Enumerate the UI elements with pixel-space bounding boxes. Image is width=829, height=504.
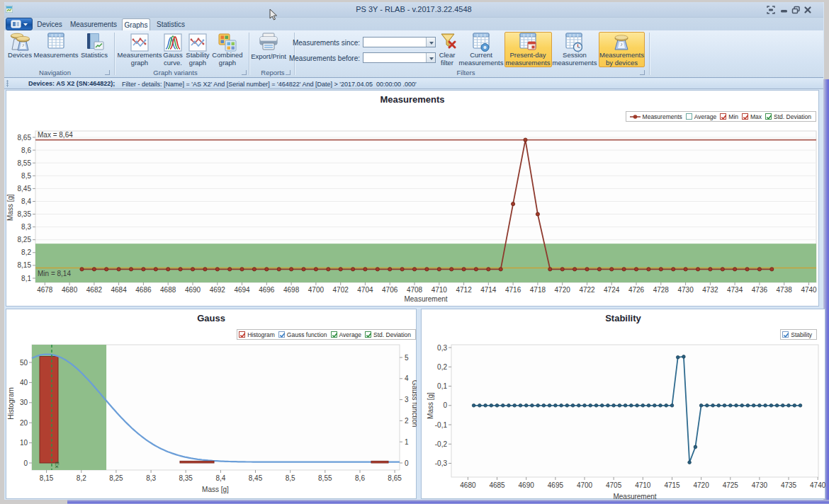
svg-text:4: 4: [405, 374, 409, 382]
svg-text:Max = 8,64: Max = 8,64: [38, 131, 73, 139]
svg-text:8,3: 8,3: [146, 474, 156, 482]
svg-text:4736: 4736: [752, 286, 768, 294]
svg-text:30: 30: [20, 399, 28, 406]
svg-text:8,6: 8,6: [355, 474, 365, 482]
svg-text:4720: 4720: [555, 286, 571, 294]
svg-text:8,1: 8,1: [21, 275, 31, 282]
svg-text:8,15: 8,15: [40, 474, 54, 482]
svg-text:Measurement: Measurement: [404, 295, 447, 303]
svg-text:-0,2: -0,2: [435, 440, 448, 448]
svg-text:4720: 4720: [693, 481, 709, 489]
svg-text:0: 0: [443, 401, 447, 409]
svg-text:4685: 4685: [489, 481, 505, 489]
svg-text:4688: 4688: [160, 286, 176, 294]
svg-text:8,65: 8,65: [18, 134, 32, 142]
svg-text:Mass [g]: Mass [g]: [202, 486, 229, 493]
svg-text:8,6: 8,6: [21, 147, 31, 154]
svg-text:5: 5: [405, 354, 409, 362]
svg-text:4734: 4734: [727, 286, 743, 294]
svg-text:4684: 4684: [111, 286, 127, 294]
svg-text:8,45: 8,45: [249, 474, 263, 482]
svg-text:4702: 4702: [333, 286, 349, 294]
svg-text:4738: 4738: [777, 286, 793, 294]
svg-text:8,4: 8,4: [21, 197, 31, 205]
svg-text:8,25: 8,25: [18, 236, 32, 244]
svg-text:4706: 4706: [382, 286, 398, 294]
svg-text:4726: 4726: [628, 286, 645, 294]
svg-text:4700: 4700: [308, 286, 325, 294]
svg-text:4700: 4700: [577, 481, 593, 489]
svg-text:8,25: 8,25: [109, 474, 123, 482]
svg-text:4695: 4695: [548, 481, 564, 489]
svg-text:4730: 4730: [677, 286, 694, 294]
svg-text:20: 20: [20, 419, 28, 427]
svg-text:1: 1: [405, 438, 409, 446]
svg-text:4714: 4714: [480, 286, 497, 294]
svg-text:8,3: 8,3: [21, 223, 31, 231]
svg-text:8,55: 8,55: [318, 474, 332, 482]
svg-text:4705: 4705: [606, 481, 622, 489]
svg-text:4715: 4715: [664, 481, 680, 489]
svg-text:0: 0: [405, 459, 409, 467]
svg-text:4686: 4686: [135, 286, 152, 294]
svg-text:4735: 4735: [781, 481, 797, 489]
svg-text:4680: 4680: [460, 481, 476, 489]
svg-text:Histogram: Histogram: [7, 387, 15, 420]
svg-text:4694: 4694: [234, 286, 250, 294]
svg-text:8,35: 8,35: [18, 210, 32, 218]
svg-text:0,3: 0,3: [437, 344, 447, 352]
svg-text:4740: 4740: [810, 481, 825, 489]
svg-text:0,1: 0,1: [437, 382, 447, 390]
svg-text:4704: 4704: [357, 286, 373, 294]
svg-text:4740: 4740: [801, 286, 817, 294]
svg-text:8,2: 8,2: [77, 474, 86, 482]
svg-text:4692: 4692: [210, 286, 226, 294]
svg-text:4690: 4690: [519, 481, 535, 489]
svg-text:4680: 4680: [62, 286, 78, 294]
svg-text:8,15: 8,15: [18, 261, 32, 269]
svg-text:8,65: 8,65: [388, 474, 402, 482]
svg-text:50: 50: [20, 359, 28, 367]
svg-text:4724: 4724: [604, 286, 620, 294]
svg-text:8,45: 8,45: [18, 185, 32, 193]
svg-text:4732: 4732: [702, 286, 718, 294]
svg-text:0: 0: [23, 459, 28, 467]
svg-text:4725: 4725: [723, 481, 739, 489]
svg-text:4678: 4678: [37, 286, 53, 294]
svg-text:4730: 4730: [752, 481, 768, 489]
svg-text:8,2: 8,2: [21, 248, 31, 256]
svg-text:4710: 4710: [432, 286, 448, 294]
svg-text:4718: 4718: [530, 286, 546, 294]
svg-text:Ex: Ex: [54, 462, 60, 468]
svg-text:Gauss function: Gauss function: [411, 380, 417, 428]
svg-text:8,4: 8,4: [215, 474, 225, 482]
svg-text:2: 2: [405, 417, 409, 425]
svg-text:4690: 4690: [185, 286, 201, 294]
svg-text:Measurement: Measurement: [613, 493, 656, 499]
svg-text:40: 40: [20, 379, 28, 386]
svg-text:-0,3: -0,3: [435, 459, 448, 467]
svg-text:8,5: 8,5: [21, 172, 31, 180]
svg-text:4696: 4696: [259, 286, 275, 294]
svg-text:8,5: 8,5: [286, 474, 295, 482]
svg-text:8,55: 8,55: [18, 159, 32, 167]
svg-text:4716: 4716: [505, 286, 521, 294]
svg-text:4728: 4728: [653, 286, 670, 294]
svg-text:4708: 4708: [407, 286, 423, 294]
svg-text:4682: 4682: [86, 286, 103, 294]
svg-text:3: 3: [405, 396, 409, 403]
svg-text:4710: 4710: [635, 481, 651, 489]
svg-text:Mass [g]: Mass [g]: [427, 392, 434, 419]
svg-text:10: 10: [20, 439, 28, 447]
svg-text:-0,1: -0,1: [435, 421, 448, 429]
svg-text:8,35: 8,35: [179, 474, 193, 482]
svg-text:Mass [g]: Mass [g]: [6, 194, 14, 221]
svg-text:4722: 4722: [579, 286, 595, 294]
svg-text:4712: 4712: [456, 286, 472, 294]
svg-text:Min = 8,14: Min = 8,14: [38, 270, 71, 277]
svg-text:0,2: 0,2: [437, 363, 447, 371]
svg-text:4698: 4698: [283, 286, 300, 294]
